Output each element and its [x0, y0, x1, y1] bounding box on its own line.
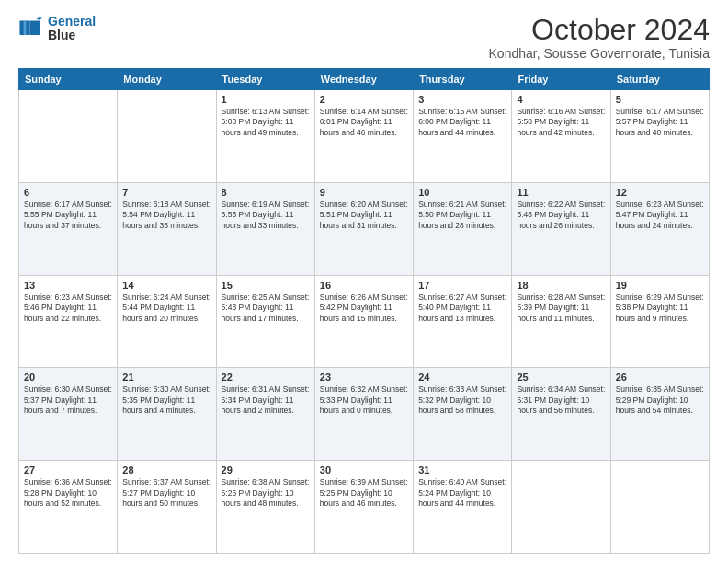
calendar-week-row: 6Sunrise: 6:17 AM Sunset: 5:55 PM Daylig…: [19, 182, 710, 275]
calendar-cell: 5Sunrise: 6:17 AM Sunset: 5:57 PM Daylig…: [610, 90, 709, 183]
calendar-cell: 17Sunrise: 6:27 AM Sunset: 5:40 PM Dayli…: [414, 275, 512, 368]
day-info: Sunrise: 6:18 AM Sunset: 5:54 PM Dayligh…: [122, 200, 210, 231]
calendar-cell: 21Sunrise: 6:30 AM Sunset: 5:35 PM Dayli…: [118, 368, 216, 461]
calendar-cell: 4Sunrise: 6:16 AM Sunset: 5:58 PM Daylig…: [512, 90, 610, 183]
day-number: 27: [24, 465, 112, 476]
day-number: 16: [320, 280, 408, 291]
calendar-cell: 3Sunrise: 6:15 AM Sunset: 6:00 PM Daylig…: [414, 90, 512, 183]
day-number: 24: [418, 372, 506, 383]
day-number: 11: [517, 187, 605, 198]
day-info: Sunrise: 6:23 AM Sunset: 5:46 PM Dayligh…: [24, 293, 112, 324]
calendar-week-row: 20Sunrise: 6:30 AM Sunset: 5:37 PM Dayli…: [19, 368, 710, 461]
col-header-thursday: Thursday: [414, 69, 512, 90]
day-number: 2: [320, 94, 408, 105]
day-info: Sunrise: 6:14 AM Sunset: 6:01 PM Dayligh…: [320, 107, 408, 138]
day-info: Sunrise: 6:31 AM Sunset: 5:34 PM Dayligh…: [222, 385, 310, 416]
calendar-cell: 25Sunrise: 6:34 AM Sunset: 5:31 PM Dayli…: [512, 368, 610, 461]
calendar-cell: 13Sunrise: 6:23 AM Sunset: 5:46 PM Dayli…: [19, 275, 118, 368]
month-title: October 2024: [489, 15, 710, 44]
day-number: 8: [222, 187, 310, 198]
col-header-wednesday: Wednesday: [314, 69, 413, 90]
svg-rect-1: [30, 21, 40, 35]
day-number: 19: [616, 280, 704, 291]
calendar-week-row: 1Sunrise: 6:13 AM Sunset: 6:03 PM Daylig…: [19, 90, 710, 183]
day-number: 14: [122, 280, 210, 291]
logo-text: General Blue: [48, 15, 96, 43]
day-info: Sunrise: 6:30 AM Sunset: 5:35 PM Dayligh…: [122, 385, 210, 416]
calendar-cell: 9Sunrise: 6:20 AM Sunset: 5:51 PM Daylig…: [314, 182, 413, 275]
day-number: 29: [222, 465, 310, 476]
calendar-cell: 23Sunrise: 6:32 AM Sunset: 5:33 PM Dayli…: [314, 368, 413, 461]
day-info: Sunrise: 6:25 AM Sunset: 5:43 PM Dayligh…: [222, 293, 310, 324]
day-number: 30: [320, 465, 408, 476]
day-number: 4: [517, 94, 605, 105]
col-header-saturday: Saturday: [610, 69, 709, 90]
calendar-cell: [610, 461, 709, 554]
calendar-cell: 14Sunrise: 6:24 AM Sunset: 5:44 PM Dayli…: [118, 275, 216, 368]
day-info: Sunrise: 6:17 AM Sunset: 5:57 PM Dayligh…: [616, 107, 704, 138]
day-number: 10: [418, 187, 506, 198]
calendar-cell: 20Sunrise: 6:30 AM Sunset: 5:37 PM Dayli…: [19, 368, 118, 461]
day-info: Sunrise: 6:33 AM Sunset: 5:32 PM Dayligh…: [418, 385, 506, 416]
col-header-friday: Friday: [512, 69, 610, 90]
calendar-cell: 11Sunrise: 6:22 AM Sunset: 5:48 PM Dayli…: [512, 182, 610, 275]
calendar-cell: 22Sunrise: 6:31 AM Sunset: 5:34 PM Dayli…: [216, 368, 314, 461]
day-info: Sunrise: 6:19 AM Sunset: 5:53 PM Dayligh…: [222, 200, 310, 231]
day-info: Sunrise: 6:23 AM Sunset: 5:47 PM Dayligh…: [616, 200, 704, 231]
day-number: 22: [222, 372, 310, 383]
day-info: Sunrise: 6:39 AM Sunset: 5:25 PM Dayligh…: [320, 477, 408, 509]
day-number: 20: [24, 372, 112, 383]
calendar-cell: 30Sunrise: 6:39 AM Sunset: 5:25 PM Dayli…: [314, 461, 413, 554]
day-number: 25: [517, 372, 605, 383]
calendar-cell: 2Sunrise: 6:14 AM Sunset: 6:01 PM Daylig…: [314, 90, 413, 183]
calendar-cell: 15Sunrise: 6:25 AM Sunset: 5:43 PM Dayli…: [216, 275, 314, 368]
day-number: 23: [320, 372, 408, 383]
col-header-monday: Monday: [118, 69, 216, 90]
day-number: 13: [24, 280, 112, 291]
day-number: 21: [122, 372, 210, 383]
calendar-cell: 16Sunrise: 6:26 AM Sunset: 5:42 PM Dayli…: [314, 275, 413, 368]
logo: General Blue: [18, 15, 96, 43]
calendar-cell: 27Sunrise: 6:36 AM Sunset: 5:28 PM Dayli…: [19, 461, 118, 554]
day-number: 15: [222, 280, 310, 291]
day-info: Sunrise: 6:24 AM Sunset: 5:44 PM Dayligh…: [122, 293, 210, 324]
calendar-cell: 29Sunrise: 6:38 AM Sunset: 5:26 PM Dayli…: [216, 461, 314, 554]
day-info: Sunrise: 6:32 AM Sunset: 5:33 PM Dayligh…: [320, 385, 408, 416]
day-info: Sunrise: 6:13 AM Sunset: 6:03 PM Dayligh…: [222, 107, 310, 138]
day-info: Sunrise: 6:20 AM Sunset: 5:51 PM Dayligh…: [320, 200, 408, 231]
day-info: Sunrise: 6:26 AM Sunset: 5:42 PM Dayligh…: [320, 293, 408, 324]
calendar-cell: [512, 461, 610, 554]
calendar-week-row: 27Sunrise: 6:36 AM Sunset: 5:28 PM Dayli…: [19, 461, 710, 554]
day-info: Sunrise: 6:17 AM Sunset: 5:55 PM Dayligh…: [24, 200, 112, 231]
day-info: Sunrise: 6:29 AM Sunset: 5:38 PM Dayligh…: [616, 293, 704, 324]
day-info: Sunrise: 6:15 AM Sunset: 6:00 PM Dayligh…: [418, 107, 506, 138]
calendar-week-row: 13Sunrise: 6:23 AM Sunset: 5:46 PM Dayli…: [19, 275, 710, 368]
calendar-cell: 12Sunrise: 6:23 AM Sunset: 5:47 PM Dayli…: [610, 182, 709, 275]
day-info: Sunrise: 6:38 AM Sunset: 5:26 PM Dayligh…: [222, 477, 310, 509]
calendar-cell: [118, 90, 216, 183]
calendar-cell: 7Sunrise: 6:18 AM Sunset: 5:54 PM Daylig…: [118, 182, 216, 275]
calendar-cell: 31Sunrise: 6:40 AM Sunset: 5:24 PM Dayli…: [414, 461, 512, 554]
day-info: Sunrise: 6:27 AM Sunset: 5:40 PM Dayligh…: [418, 293, 506, 324]
day-info: Sunrise: 6:34 AM Sunset: 5:31 PM Dayligh…: [517, 385, 605, 416]
header: General Blue October 2024 Kondhar, Souss…: [18, 15, 710, 61]
day-number: 31: [418, 465, 506, 476]
calendar-cell: 26Sunrise: 6:35 AM Sunset: 5:29 PM Dayli…: [610, 368, 709, 461]
day-number: 3: [418, 94, 506, 105]
day-number: 18: [517, 280, 605, 291]
calendar-header-row: SundayMondayTuesdayWednesdayThursdayFrid…: [19, 69, 710, 90]
calendar-cell: 8Sunrise: 6:19 AM Sunset: 5:53 PM Daylig…: [216, 182, 314, 275]
day-info: Sunrise: 6:35 AM Sunset: 5:29 PM Dayligh…: [616, 385, 704, 416]
calendar-cell: 24Sunrise: 6:33 AM Sunset: 5:32 PM Dayli…: [414, 368, 512, 461]
day-info: Sunrise: 6:37 AM Sunset: 5:27 PM Dayligh…: [122, 477, 210, 509]
calendar-cell: 18Sunrise: 6:28 AM Sunset: 5:39 PM Dayli…: [512, 275, 610, 368]
day-number: 7: [122, 187, 210, 198]
day-number: 28: [122, 465, 210, 476]
day-number: 1: [222, 94, 310, 105]
day-info: Sunrise: 6:21 AM Sunset: 5:50 PM Dayligh…: [418, 200, 506, 231]
day-info: Sunrise: 6:30 AM Sunset: 5:37 PM Dayligh…: [24, 385, 112, 416]
day-number: 9: [320, 187, 408, 198]
calendar-cell: 6Sunrise: 6:17 AM Sunset: 5:55 PM Daylig…: [19, 182, 118, 275]
calendar-cell: [19, 90, 118, 183]
day-info: Sunrise: 6:40 AM Sunset: 5:24 PM Dayligh…: [418, 477, 506, 509]
